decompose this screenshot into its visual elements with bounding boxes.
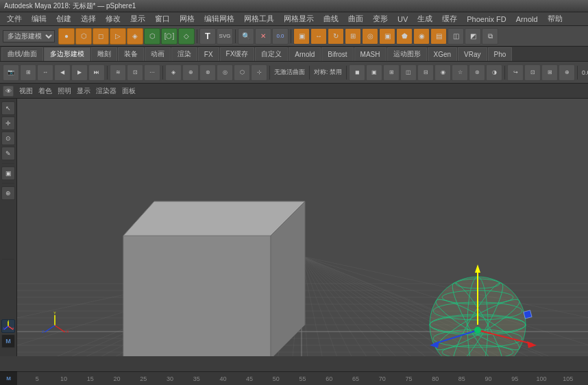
menu-phoenix[interactable]: Phoenix FD xyxy=(463,14,510,25)
shelf-icon-c[interactable]: ⬟ xyxy=(396,28,413,45)
shelf-icon-2[interactable]: ⬡ xyxy=(75,28,92,45)
move-tool[interactable]: ✛ xyxy=(1,116,15,130)
menu-mesh-tools[interactable]: 网格工具 xyxy=(240,12,278,25)
vp-label-show[interactable]: 显示 xyxy=(77,86,90,96)
shelf-icon-8[interactable]: ◇ xyxy=(178,28,195,45)
eye-icon[interactable]: 👁 xyxy=(3,86,14,97)
shelf-icon-5[interactable]: ◈ xyxy=(127,28,143,45)
cam-icon-9[interactable]: ⋯ xyxy=(144,64,160,81)
cam-icon-4[interactable]: ◀ xyxy=(54,64,71,81)
menu-help[interactable]: 帮助 xyxy=(543,12,567,25)
tab-rig[interactable]: 装备 xyxy=(118,47,144,61)
snap-icon-2[interactable]: ⊕ xyxy=(182,64,199,81)
v-icon-4[interactable]: ◫ xyxy=(400,64,417,81)
shelf-icon-T[interactable]: T xyxy=(199,28,216,45)
cam-icon-7[interactable]: ≋ xyxy=(110,64,126,81)
menu-deform[interactable]: 变形 xyxy=(369,12,392,25)
shelf-icon-xyz[interactable]: 0.0 xyxy=(272,28,289,45)
tab-anim[interactable]: 动画 xyxy=(145,47,171,61)
v-icon-6[interactable]: ◉ xyxy=(434,64,451,81)
shelf-icon-1[interactable]: ● xyxy=(58,28,75,45)
shelf-icon-7[interactable]: [⬡] xyxy=(161,28,177,45)
tab-motion[interactable]: 运动图形 xyxy=(387,47,427,61)
vp-label-shade[interactable]: 着色 xyxy=(38,86,52,96)
lasso-tool[interactable]: ⊙ xyxy=(1,132,15,145)
shelf-icon-6[interactable]: ⬡ xyxy=(144,28,160,45)
v-icon-9[interactable]: ◑ xyxy=(486,64,502,81)
menu-edit-mesh[interactable]: 编辑网格 xyxy=(200,12,238,25)
shelf-icon-search[interactable]: 🔍 xyxy=(238,28,254,45)
tab-fxcache[interactable]: FX缓存 xyxy=(220,47,255,61)
tab-sculpt[interactable]: 雕刻 xyxy=(91,47,117,61)
select-tool[interactable]: ↖ xyxy=(1,101,15,115)
shelf-icon-4[interactable]: ▷ xyxy=(110,28,126,45)
tab-vray[interactable]: VRay xyxy=(458,47,487,61)
v-icon-3[interactable]: ⊞ xyxy=(383,64,400,81)
v-icon-7[interactable]: ☆ xyxy=(452,64,468,81)
shelf-icon-svg[interactable]: SVG xyxy=(217,28,233,45)
shelf-icon-cube[interactable]: ▣ xyxy=(293,28,310,45)
snap-icon-4[interactable]: ◎ xyxy=(217,64,233,81)
menu-window[interactable]: 窗口 xyxy=(151,12,174,25)
tab-curves[interactable]: 曲线/曲面 xyxy=(1,47,43,61)
menu-generate[interactable]: 生成 xyxy=(413,12,437,25)
vp-label-view[interactable]: 视图 xyxy=(19,86,33,96)
v-icon-5[interactable]: ⊟ xyxy=(417,64,434,81)
tab-custom[interactable]: 自定义 xyxy=(255,47,288,61)
cam-icon-2[interactable]: ⊞ xyxy=(20,64,36,81)
vp-label-light[interactable]: 照明 xyxy=(58,86,71,96)
snap-icon-1[interactable]: ◈ xyxy=(165,64,182,81)
menu-file[interactable]: 文件 xyxy=(3,12,26,25)
cam-icon-8[interactable]: ⊡ xyxy=(127,64,143,81)
snap-icon-6[interactable]: ⊹ xyxy=(251,64,267,81)
tab-bifrost[interactable]: Bifrost xyxy=(321,47,353,61)
cam-icon-6[interactable]: ⏭ xyxy=(88,64,105,81)
tab-fx[interactable]: FX xyxy=(198,47,219,61)
tab-render[interactable]: 渲染 xyxy=(171,47,197,61)
shelf-dropdown[interactable]: 曲线/曲面 多边形建模 雕刻 装备 xyxy=(3,30,55,42)
snap-tool[interactable]: ⊕ xyxy=(1,186,15,200)
shelf-icon-scale[interactable]: ⊞ xyxy=(345,28,361,45)
shelf-icon-rotate[interactable]: ↻ xyxy=(328,28,344,45)
menu-modify[interactable]: 修改 xyxy=(101,12,125,25)
r-icon-1[interactable]: ↪ xyxy=(507,64,524,81)
tab-pho[interactable]: Pho xyxy=(488,47,513,61)
shelf-icon-b[interactable]: ▣ xyxy=(379,28,395,45)
menu-mesh[interactable]: 网格 xyxy=(175,12,199,25)
menu-curves[interactable]: 曲线 xyxy=(319,12,343,25)
menu-create[interactable]: 创建 xyxy=(52,12,75,25)
menu-surfaces[interactable]: 曲面 xyxy=(344,12,367,25)
snap-icon-5[interactable]: ⬡ xyxy=(234,64,250,81)
tab-xgen[interactable]: XGen xyxy=(428,47,458,61)
shelf-icon-a[interactable]: ◎ xyxy=(362,28,378,45)
shelf-icon-e[interactable]: ▤ xyxy=(430,28,447,45)
shelf-icon-d[interactable]: ◉ xyxy=(413,28,430,45)
menu-arnold[interactable]: Arnold xyxy=(512,14,542,25)
r-icon-2[interactable]: ⊡ xyxy=(524,64,541,81)
cam-icon-3[interactable]: ↔ xyxy=(37,64,53,81)
v-icon-1[interactable]: ◼ xyxy=(349,64,365,81)
menu-mesh-display[interactable]: 网格显示 xyxy=(280,12,318,25)
tab-arnold[interactable]: Arnold xyxy=(289,47,321,61)
menu-cache[interactable]: 缓存 xyxy=(438,12,461,25)
snap-icon-3[interactable]: ⊗ xyxy=(199,64,216,81)
shelf-icon-move[interactable]: ↔ xyxy=(310,28,327,45)
shelf-icon-3[interactable]: ◻ xyxy=(93,28,109,45)
v-icon-2[interactable]: ▣ xyxy=(366,64,382,81)
tab-poly[interactable]: 多边形建模 xyxy=(44,47,90,61)
shelf-icon-h[interactable]: ⧉ xyxy=(482,28,498,45)
viewport[interactable]: persp Y X Z xyxy=(17,99,588,356)
vp-label-renderer[interactable]: 渲染器 xyxy=(96,86,117,96)
cam-icon-1[interactable]: 📷 xyxy=(3,64,19,81)
r-icon-3[interactable]: ⊞ xyxy=(541,64,558,81)
menu-uv[interactable]: UV xyxy=(393,14,412,25)
shelf-icon-x[interactable]: ✕ xyxy=(255,28,271,45)
v-icon-8[interactable]: ⊛ xyxy=(469,64,485,81)
rect-tool[interactable]: ▣ xyxy=(1,166,15,180)
vp-label-panel[interactable]: 面板 xyxy=(122,86,136,96)
shelf-icon-f[interactable]: ◫ xyxy=(448,28,464,45)
cam-icon-5[interactable]: ▶ xyxy=(71,64,88,81)
tab-mash[interactable]: MASH xyxy=(354,47,387,61)
paint-tool[interactable]: ✎ xyxy=(1,147,15,160)
menu-edit[interactable]: 编辑 xyxy=(27,12,51,25)
